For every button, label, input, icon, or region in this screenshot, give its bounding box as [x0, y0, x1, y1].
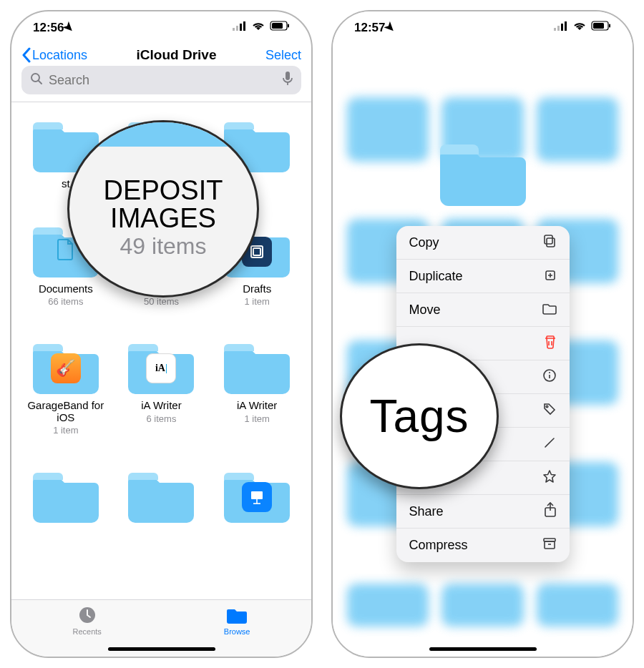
search-input[interactable]	[43, 73, 283, 88]
svg-rect-22	[565, 21, 567, 31]
svg-rect-24	[593, 23, 604, 29]
svg-rect-5	[272, 23, 283, 29]
status-time: 12:56➤	[33, 20, 74, 35]
menu-label: Share	[409, 504, 444, 519]
folder-count: 50 items	[144, 296, 179, 307]
nav-bar: Locations iCloud Drive Select	[11, 43, 311, 66]
folder-icon	[224, 340, 290, 394]
callout-subtitle: 49 items	[120, 233, 207, 260]
svg-rect-21	[561, 24, 563, 31]
clock-icon	[78, 606, 97, 626]
folder-iawriter-a[interactable]: iA| iA Writer 6 items	[117, 340, 206, 436]
star-icon	[542, 469, 557, 487]
status-bar: 12:57➤	[333, 11, 633, 43]
pencil-icon	[542, 436, 557, 453]
folder-item[interactable]	[21, 468, 110, 529]
folder-item[interactable]	[117, 468, 206, 529]
svg-point-35	[549, 372, 550, 373]
menu-share[interactable]: Share	[396, 495, 570, 529]
svg-rect-0	[233, 28, 235, 31]
folder-icon	[440, 140, 526, 207]
folder-icon	[128, 468, 194, 523]
tab-label: Browse	[224, 627, 250, 636]
svg-rect-14	[253, 248, 260, 255]
phone-icloud-drive: 12:56➤ Locations iCloud Drive Select	[10, 10, 313, 658]
folder-icon	[33, 468, 99, 523]
svg-rect-9	[286, 72, 290, 80]
folder-count: 1 item	[244, 296, 269, 307]
svg-rect-6	[288, 24, 289, 28]
tab-label: Recents	[72, 627, 101, 636]
menu-label: Duplicate	[409, 269, 463, 284]
menu-label: Compress	[409, 538, 468, 553]
tag-icon	[542, 402, 557, 420]
cellular-icon	[233, 20, 247, 34]
share-icon	[544, 502, 557, 521]
iawriter-app-icon: iA|	[146, 353, 176, 383]
trash-icon	[544, 335, 557, 353]
folder-count: 1 item	[53, 425, 78, 436]
menu-label: Copy	[409, 235, 439, 250]
folder-icon	[542, 302, 557, 318]
search-field[interactable]	[21, 66, 301, 94]
duplicate-icon	[542, 267, 557, 285]
callout-label: Tags	[369, 390, 469, 443]
svg-rect-41	[545, 541, 555, 549]
svg-rect-25	[609, 24, 610, 28]
menu-copy[interactable]: Copy	[396, 226, 570, 260]
svg-line-8	[39, 81, 42, 84]
folder-tab-icon	[226, 606, 248, 626]
focused-folder[interactable]	[440, 140, 526, 207]
svg-marker-38	[544, 471, 555, 482]
back-label: Locations	[32, 48, 87, 63]
tab-recents[interactable]: Recents	[72, 606, 101, 636]
cellular-icon	[554, 20, 568, 34]
svg-rect-15	[251, 491, 263, 499]
folder-label: iA Writer	[237, 400, 277, 412]
status-time: 12:57➤	[354, 20, 395, 35]
callout-deposit-images: DEPOSITIMAGES 49 items	[67, 120, 259, 298]
folder-label: Drafts	[243, 283, 271, 295]
folder-label: Documents	[39, 283, 93, 295]
garageband-app-icon: 🎸	[51, 353, 81, 383]
folder-label: st	[62, 178, 70, 190]
svg-rect-2	[240, 24, 242, 31]
copy-icon	[542, 234, 557, 252]
menu-label: Move	[409, 303, 441, 318]
folder-iawriter-b[interactable]: iA Writer 1 item	[213, 340, 301, 436]
search-icon	[30, 72, 43, 89]
page-title: iCloud Drive	[137, 47, 217, 63]
menu-move[interactable]: Move	[396, 293, 570, 327]
svg-rect-27	[545, 235, 552, 244]
info-icon	[542, 368, 557, 386]
folder-garageband[interactable]: 🎸 GarageBand for iOS 1 item	[21, 340, 110, 436]
home-indicator[interactable]	[108, 647, 215, 651]
battery-icon	[591, 20, 611, 34]
folder-count: 66 items	[48, 296, 83, 307]
select-button[interactable]: Select	[265, 48, 301, 63]
callout-tags: Tags	[340, 343, 499, 489]
battery-icon	[270, 20, 290, 34]
home-indicator[interactable]	[429, 647, 537, 651]
folder-keynote[interactable]	[213, 468, 301, 529]
menu-duplicate[interactable]: Duplicate	[396, 260, 570, 293]
svg-rect-19	[554, 28, 556, 31]
svg-rect-20	[557, 26, 560, 31]
folder-label: GarageBand for iOS	[21, 400, 110, 423]
microphone-icon[interactable]	[283, 72, 293, 89]
tab-browse[interactable]: Browse	[224, 606, 250, 636]
archive-icon	[542, 537, 557, 554]
folder-count: 1 item	[244, 413, 269, 424]
status-bar: 12:56➤	[11, 11, 311, 43]
phone-context-menu: 12:57➤ Copy Duplicate	[331, 10, 634, 658]
svg-rect-1	[236, 26, 238, 31]
svg-line-37	[545, 438, 554, 447]
svg-rect-3	[243, 21, 245, 31]
document-icon	[57, 238, 75, 264]
menu-compress[interactable]: Compress	[396, 529, 570, 562]
back-button[interactable]: Locations	[21, 47, 87, 63]
keynote-app-icon	[242, 482, 272, 512]
folder-count: 6 items	[147, 413, 177, 424]
wifi-icon	[251, 20, 265, 34]
wifi-icon	[572, 20, 587, 34]
